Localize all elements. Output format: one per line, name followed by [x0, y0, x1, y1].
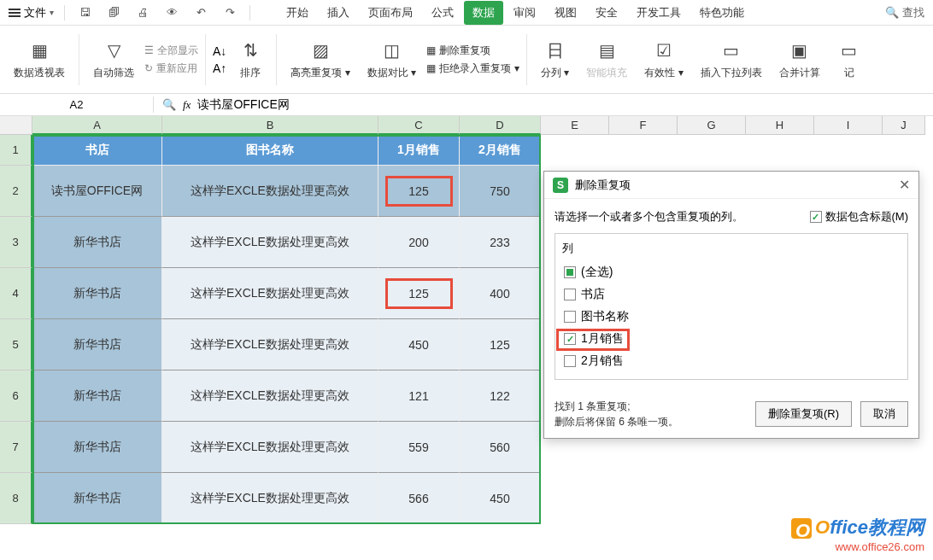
row-header-6[interactable]: 6	[0, 370, 32, 422]
table-cell[interactable]: 这样学EXCLE数据处理更高效	[162, 166, 378, 217]
column-header-E[interactable]: E	[541, 116, 609, 135]
highlight-duplicates-button[interactable]: ▨ 高亮重复项 ▾	[284, 29, 356, 90]
sort-asc-icon[interactable]: A↓	[213, 44, 226, 58]
tab-特色功能[interactable]: 特色功能	[691, 1, 753, 25]
table-cell[interactable]: 750	[460, 166, 541, 217]
tab-审阅[interactable]: 审阅	[505, 1, 544, 25]
column-header-J[interactable]: J	[883, 116, 925, 135]
tab-开发工具[interactable]: 开发工具	[628, 1, 689, 25]
row-header-2[interactable]: 2	[0, 166, 32, 217]
row-header-1[interactable]: 1	[0, 135, 32, 166]
reject-duplicates-button[interactable]: ▦拒绝录入重复项 ▾	[426, 61, 519, 76]
tab-开始[interactable]: 开始	[278, 1, 317, 25]
print-preview-icon[interactable]: 👁	[162, 3, 181, 22]
table-cell[interactable]: 这样学EXCLE数据处理更高效	[162, 422, 378, 473]
name-box[interactable]: A2	[0, 96, 154, 113]
cancel-button[interactable]: 取消	[860, 401, 908, 427]
table-cell[interactable]: 200	[378, 217, 460, 268]
table-cell[interactable]: 新华书店	[32, 473, 162, 524]
tab-安全[interactable]: 安全	[587, 1, 626, 25]
redo-icon[interactable]: ↷	[220, 3, 239, 22]
checkbox-partial-icon	[564, 266, 576, 278]
tab-公式[interactable]: 公式	[423, 1, 462, 25]
column-header-I[interactable]: I	[814, 116, 883, 135]
row-header-8[interactable]: 8	[0, 473, 32, 524]
insert-dropdown-button[interactable]: ▭ 插入下拉列表	[694, 29, 769, 90]
print-icon[interactable]: 🖨	[133, 3, 152, 22]
row-header-4[interactable]: 4	[0, 268, 32, 319]
table-cell[interactable]: 122	[460, 370, 541, 422]
select-all-checkbox[interactable]: (全选)	[562, 261, 901, 283]
table-cell[interactable]: 这样学EXCLE数据处理更高效	[162, 319, 378, 370]
select-all-corner[interactable]	[0, 116, 32, 135]
fx-icon[interactable]: fx	[183, 98, 191, 112]
table-header-cell[interactable]: 1月销售	[378, 135, 460, 166]
column-header-A[interactable]: A	[32, 116, 162, 135]
record-button[interactable]: ▭ 记	[830, 29, 868, 90]
sort-button[interactable]: ⇅ 排序	[232, 29, 269, 90]
row-header-3[interactable]: 3	[0, 217, 32, 268]
file-menu-button[interactable]: 文件 ▾	[9, 5, 54, 20]
table-cell[interactable]: 读书屋OFFICE网	[32, 166, 162, 217]
column-header-G[interactable]: G	[678, 116, 746, 135]
table-cell[interactable]: 450	[378, 319, 460, 370]
table-cell[interactable]: 125	[378, 166, 460, 217]
column-header-B[interactable]: B	[162, 116, 378, 135]
sort-desc-icon[interactable]: A↑	[213, 61, 226, 75]
has-header-checkbox[interactable]: 数据包含标题(M)	[810, 209, 909, 225]
table-cell[interactable]: 233	[460, 217, 541, 268]
column-checkbox-1月销售[interactable]: 1月销售	[562, 328, 901, 350]
pivot-icon: ▦	[27, 38, 51, 62]
table-cell[interactable]: 这样学EXCLE数据处理更高效	[162, 217, 378, 268]
save-as-icon[interactable]: 🗐	[104, 3, 123, 22]
ok-button[interactable]: 删除重复项(R)	[755, 401, 852, 427]
table-cell[interactable]: 这样学EXCLE数据处理更高效	[162, 473, 378, 524]
row-header-5[interactable]: 5	[0, 319, 32, 370]
undo-icon[interactable]: ↶	[191, 3, 210, 22]
table-cell[interactable]: 这样学EXCLE数据处理更高效	[162, 268, 378, 319]
tab-数据[interactable]: 数据	[464, 1, 503, 25]
table-cell[interactable]: 400	[460, 268, 541, 319]
table-header-cell[interactable]: 书店	[32, 135, 162, 166]
column-checkbox-书店[interactable]: 书店	[562, 283, 901, 306]
table-cell[interactable]: 这样学EXCLE数据处理更高效	[162, 370, 378, 422]
remove-duplicates-button[interactable]: ▦删除重复项	[426, 44, 519, 58]
consolidate-button[interactable]: ▣ 合并计算	[772, 29, 827, 90]
table-cell[interactable]: 125	[460, 319, 541, 370]
table-cell[interactable]: 新华书店	[32, 422, 162, 473]
table-cell[interactable]: 121	[378, 370, 460, 422]
search-area[interactable]: 🔍 查找	[885, 5, 924, 20]
table-cell[interactable]: 新华书店	[32, 217, 162, 268]
table-cell[interactable]: 125	[378, 268, 460, 319]
table-cell[interactable]: 566	[378, 473, 460, 524]
tab-页面布局[interactable]: 页面布局	[360, 1, 421, 25]
close-icon[interactable]: ✕	[899, 177, 910, 193]
auto-filter-button[interactable]: ▽ 自动筛选	[86, 29, 141, 90]
table-cell[interactable]: 新华书店	[32, 268, 162, 319]
column-header-H[interactable]: H	[746, 116, 814, 135]
show-all-button[interactable]: ☰全部显示	[144, 44, 198, 58]
column-checkbox-2月销售[interactable]: 2月销售	[562, 350, 901, 372]
column-header-D[interactable]: D	[460, 116, 541, 135]
row-header-7[interactable]: 7	[0, 422, 32, 473]
zoom-icon[interactable]: 🔍	[162, 98, 176, 111]
column-header-F[interactable]: F	[609, 116, 678, 135]
tab-插入[interactable]: 插入	[319, 1, 358, 25]
reapply-button[interactable]: ↻重新应用	[144, 61, 198, 76]
table-header-cell[interactable]: 2月销售	[460, 135, 541, 166]
pivot-table-button[interactable]: ▦ 数据透视表	[7, 29, 72, 90]
column-checkbox-图书名称[interactable]: 图书名称	[562, 306, 901, 328]
table-cell[interactable]: 559	[378, 422, 460, 473]
column-header-C[interactable]: C	[378, 116, 460, 135]
formula-input[interactable]	[197, 98, 539, 112]
table-cell[interactable]: 新华书店	[32, 370, 162, 422]
table-header-cell[interactable]: 图书名称	[162, 135, 378, 166]
table-cell[interactable]: 450	[460, 473, 541, 524]
save-icon[interactable]: 🖫	[75, 3, 94, 22]
table-cell[interactable]: 新华书店	[32, 319, 162, 370]
table-cell[interactable]: 560	[460, 422, 541, 473]
tab-视图[interactable]: 视图	[546, 1, 585, 25]
data-compare-button[interactable]: ◫ 数据对比 ▾	[361, 29, 423, 90]
text-to-columns-button[interactable]: 日 分列 ▾	[534, 29, 576, 90]
validation-button[interactable]: ☑ 有效性 ▾	[637, 29, 689, 90]
